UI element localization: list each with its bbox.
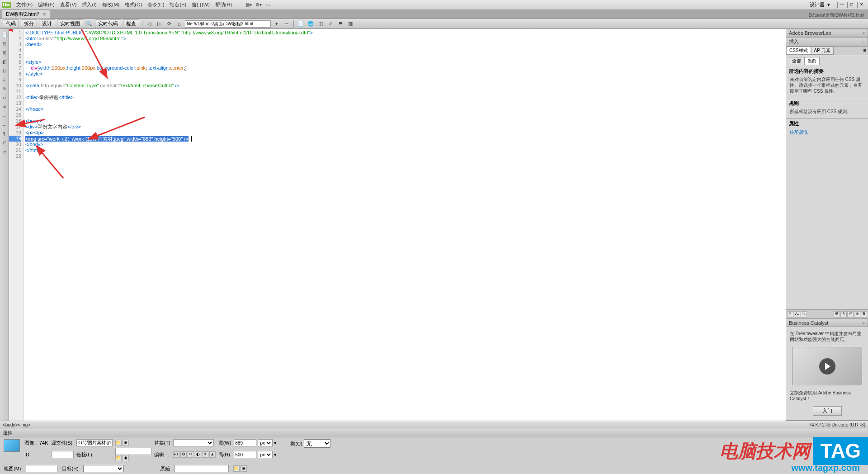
panel-browserlab[interactable]: Adobe BrowserLab≡ [786,29,868,37]
preview-icon[interactable]: 🌐 [307,20,315,28]
design-view-button[interactable]: 设计 [39,19,55,28]
code-view-button[interactable]: 代码 [3,19,19,28]
edit-settings-icon[interactable]: ⚙ [180,451,187,458]
orig-input[interactable] [175,465,229,472]
outdent-icon[interactable]: ← [1,121,8,128]
menu-help[interactable]: 帮助(H) [212,1,235,8]
options-icon[interactable]: ☰ [283,20,291,28]
properties-header[interactable]: 属性 [0,429,868,437]
orig-point-icon[interactable]: ◉ [241,465,247,472]
expand-icon[interactable]: ⊞ [1,49,8,56]
panel-insert[interactable]: 插入≡ [786,37,868,47]
edit-ps-icon[interactable]: Ps [173,451,179,458]
css-scope-current[interactable]: 当前 [804,57,820,65]
attach-css-icon[interactable]: ⛓ [834,311,840,318]
line-numbers-icon[interactable]: # [1,76,8,83]
validate-icon[interactable]: ✓ [326,20,335,28]
sharpen-icon[interactable]: ▲ [209,451,216,458]
bc-start-button[interactable]: 入门 [813,406,842,416]
link-folder-icon[interactable]: 📁 [115,455,122,461]
inspect-icon[interactable]: 🔍 [85,20,93,28]
src-input[interactable] [76,439,113,446]
show-list-icon[interactable]: Aₐ [794,311,800,318]
brightness-icon[interactable]: ☀ [202,451,208,458]
live-view-button[interactable]: 实时视图 [57,19,83,28]
edit-rule-icon[interactable]: ✐ [847,311,854,318]
live-code-button[interactable]: 实时代码 [95,19,121,28]
search-icon[interactable]: ⌕▾ [264,1,274,9]
crop-icon[interactable]: ✂ [188,451,194,458]
indent-icon[interactable]: → [1,112,8,119]
h-unit[interactable]: px [258,451,273,458]
refresh-icon[interactable]: ⟳ [165,20,173,28]
show-category-icon[interactable]: ≡ [787,311,793,318]
split-view-button[interactable]: 拆分 [21,19,37,28]
menu-format[interactable]: 格式(O) [122,1,145,8]
recent-icon[interactable]: ⟲ [1,148,8,156]
w-unit[interactable]: px [258,439,273,446]
link-input[interactable] [115,448,151,455]
target-select[interactable] [83,465,124,472]
menu-edit[interactable]: 编辑(E) [35,1,57,8]
browse-icon[interactable]: ▾ [273,20,281,28]
menu-insert[interactable]: 插入(I) [79,1,99,8]
play-icon[interactable] [819,358,835,374]
tag-path[interactable]: <body><img> [3,422,30,427]
close-button[interactable]: ✕ [857,2,866,8]
point-to-file-icon[interactable]: ◉ [123,440,129,446]
class-select[interactable]: 无 [304,439,331,448]
format-icon[interactable]: ¶ [1,130,8,137]
layout-picker-icon[interactable]: ▦▾ [244,1,254,9]
highlight-icon[interactable]: ✎ [1,85,8,92]
select-parent-icon[interactable]: ◧ [1,58,8,65]
disable-icon[interactable]: ⊘ [854,311,860,318]
alt-select[interactable] [173,439,214,446]
link-point-icon[interactable]: ◉ [123,455,129,461]
height-input[interactable] [234,451,256,458]
home-icon[interactable]: ⌂ [175,20,183,28]
orig-folder-icon[interactable]: 📁 [233,465,240,472]
menu-site[interactable]: 站点(S) [167,1,189,8]
visual-aids-icon[interactable]: ◫ [316,20,325,28]
bc-video-thumbnail[interactable] [792,347,862,385]
menu-view[interactable]: 查看(V) [57,1,80,8]
code-content[interactable]: <!DOCTYPE html PUBLIC "-//W3C//DTD XHTML… [24,29,786,421]
extension-icon[interactable]: ⚙▾ [254,1,264,9]
workspace-label[interactable]: 设计器 [810,1,825,8]
collapse-icon[interactable]: ⊟ [1,40,8,47]
menu-file[interactable]: 文件(F) [14,1,35,8]
inspect-button[interactable]: 检查 [123,19,139,28]
check-icon[interactable]: ⚑ [336,20,344,28]
code-editor[interactable]: 12345678910111213141516171819202122 <!DO… [9,29,786,421]
comment-icon[interactable]: /* [1,139,8,147]
width-input[interactable] [234,439,256,446]
menu-modify[interactable]: 修改(M) [99,1,123,8]
menu-window[interactable]: 窗口(W) [189,1,212,8]
minimize-button[interactable]: — [837,2,846,8]
balance-braces-icon[interactable]: {} [1,67,8,74]
wrap-icon[interactable]: ↵ [1,94,8,101]
menu-commands[interactable]: 命令(C) [145,1,167,8]
forward-icon[interactable]: ▷ [155,20,163,28]
back-icon[interactable]: ◁ [145,20,153,28]
address-input[interactable] [185,20,271,28]
tab-close-icon[interactable]: ✕ [42,12,46,17]
tab-css-styles[interactable]: CSS样式 [786,47,811,55]
resample-icon[interactable]: ◐ [195,451,201,458]
file-tab[interactable]: DW教程2.html* ✕ [2,9,50,19]
panel-business-catalyst[interactable]: Business Catalyst≡ [786,319,868,327]
css-scope-all[interactable]: 全部 [789,57,804,65]
file-mgmt-icon[interactable]: 📄 [297,20,305,28]
show-only-icon[interactable]: *₊ [801,311,807,318]
maximize-button[interactable]: □ [847,2,856,8]
open-docs-icon[interactable]: 📑 [1,31,8,38]
title-icon[interactable]: ▦ [346,20,354,28]
new-rule-icon[interactable]: ✎ [840,311,847,318]
folder-icon[interactable]: 📁 [115,440,122,446]
add-attr-link[interactable]: 添加属性 [789,127,865,137]
id-input[interactable] [51,451,74,458]
map-input[interactable] [26,465,57,472]
syntax-icon[interactable]: ✶ [1,103,8,110]
tab-ap-elements[interactable]: AP 元素 [811,47,834,55]
delete-icon[interactable]: 🗑 [861,311,867,318]
